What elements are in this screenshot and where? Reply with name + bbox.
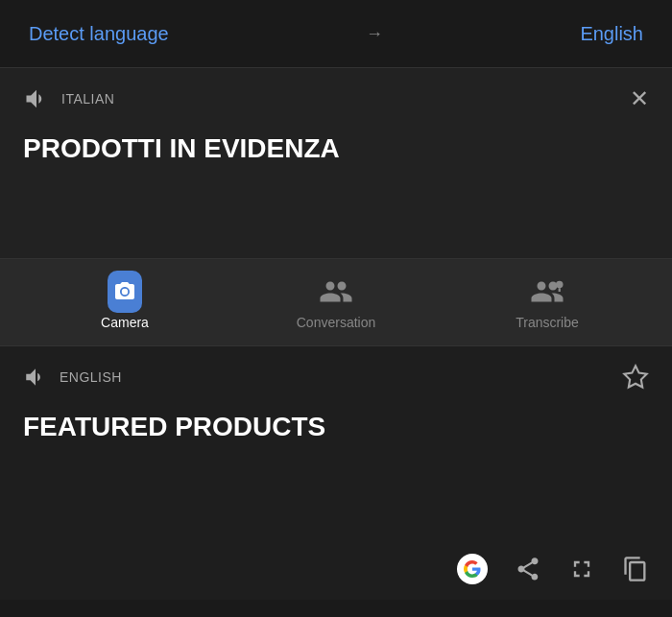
conversation-label: Conversation (297, 315, 376, 330)
detect-language-button[interactable]: Detect language (29, 23, 169, 45)
source-panel: ITALIAN ✕ PRODOTTI IN EVIDENZA (0, 67, 672, 259)
source-language-label: ITALIAN (23, 85, 114, 112)
mode-bar: Camera Conversation Transcribe (0, 259, 672, 346)
transcribe-icon (530, 274, 564, 309)
close-button[interactable]: ✕ (630, 85, 649, 112)
top-bar: Detect language → English (0, 0, 672, 67)
camera-mode-button[interactable]: Camera (77, 274, 173, 330)
copy-icon (622, 556, 649, 582)
result-panel-header: ENGLISH (23, 364, 649, 391)
conversation-icon-wrap (319, 274, 353, 309)
target-language-button[interactable]: English (580, 23, 643, 45)
share-button[interactable] (515, 556, 541, 582)
camera-icon-bg (108, 271, 142, 313)
result-language-label: ENGLISH (23, 365, 122, 390)
action-bar (0, 538, 672, 600)
expand-button[interactable] (568, 556, 595, 582)
expand-icon (568, 556, 595, 582)
share-icon (515, 556, 541, 582)
camera-icon (113, 280, 136, 303)
source-text: PRODOTTI IN EVIDENZA (23, 131, 649, 166)
favorite-button[interactable] (622, 364, 649, 391)
source-panel-header: ITALIAN ✕ (23, 85, 649, 112)
svg-point-0 (556, 281, 564, 289)
result-panel: ENGLISH FEATURED PRODUCTS (0, 346, 672, 538)
camera-icon-wrap (108, 274, 142, 309)
camera-label: Camera (101, 315, 149, 330)
conversation-mode-button[interactable]: Conversation (288, 274, 384, 330)
transcribe-mode-button[interactable]: Transcribe (499, 274, 595, 330)
direction-arrow: → (366, 24, 383, 44)
google-button[interactable] (457, 554, 488, 584)
conversation-icon (319, 274, 353, 309)
transcribe-icon-wrap (530, 274, 564, 309)
result-text: FEATURED PRODUCTS (23, 410, 649, 444)
speaker-icon[interactable] (23, 85, 50, 112)
copy-button[interactable] (622, 556, 649, 582)
transcribe-label: Transcribe (516, 315, 579, 330)
result-speaker-icon[interactable] (23, 365, 48, 390)
google-icon (457, 554, 488, 584)
